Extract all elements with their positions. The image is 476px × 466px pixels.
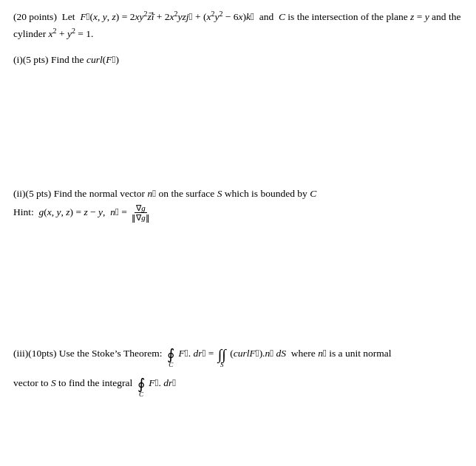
- oint-symbol-left: ∮ C: [167, 340, 174, 368]
- part-i-label: (i)(5 pts) Find the curl(F⃗): [13, 54, 119, 65]
- iint-symbol: ∫∫ S: [218, 340, 226, 368]
- hint-fraction: ∇g ‖∇g‖: [130, 203, 152, 222]
- problem-function: F⃗(x, y, z) = 2xy2zī⃗ + 2x2yzj⃗ + (x2y2 …: [80, 11, 256, 22]
- part-i: (i)(5 pts) Find the curl(F⃗): [13, 53, 463, 68]
- oint-symbol-right: ∮ C: [137, 370, 145, 398]
- page: (20 points) Let F⃗(x, y, z) = 2xy2zī⃗ + …: [0, 0, 476, 466]
- part-ii-main: (ii)(5 pts) Find the normal vector n⃗ on…: [13, 186, 463, 202]
- problem-setup: Let: [62, 11, 78, 22]
- part-iii-stokes-eq: ∮ C F⃗. dr⃗ = ∫∫ S (curlF⃗).n⃗ dS: [167, 340, 286, 368]
- stokes-right-integrand: (curlF⃗).n⃗ dS: [228, 346, 286, 362]
- part-iii: (iii)(10pts) Use the Stoke’s Theorem: ∮ …: [13, 340, 463, 398]
- part-iii-label: (iii)(10pts) Use the Stoke’s Theorem:: [13, 348, 165, 359]
- final-integrand: F⃗. dr⃗: [146, 376, 176, 391]
- part-ii: (ii)(5 pts) Find the normal vector n⃗ on…: [13, 186, 463, 222]
- hint-frac-num: ∇g: [135, 203, 147, 213]
- hint-label: Hint:: [13, 206, 36, 217]
- part-ii-hint: Hint: g(x, y, z) = z − y, n⃗ = ∇g ‖∇g‖: [13, 203, 463, 222]
- stokes-left-integrand: F⃗. dr⃗ =: [176, 346, 217, 362]
- part-iii-line1: (iii)(10pts) Use the Stoke’s Theorem: ∮ …: [13, 340, 463, 368]
- problem-and: and: [256, 11, 276, 22]
- part-iii-where: where n⃗ is a unit normal: [288, 348, 391, 359]
- problem-points: (20 points): [13, 11, 59, 22]
- part-ii-label: (ii)(5 pts) Find the normal vector n⃗ on…: [13, 188, 316, 199]
- problem-header: (20 points) Let F⃗(x, y, z) = 2xy2zī⃗ + …: [13, 7, 463, 42]
- part-iii-line2: vector to S to find the integral ∮ C F⃗.…: [13, 370, 463, 398]
- hint-frac-den: ‖∇g‖: [130, 213, 152, 222]
- hint-g: g(x, y, z) = z − y, n⃗ =: [39, 206, 130, 217]
- part-iii-vector-to-s: vector to S to find the integral: [13, 377, 135, 388]
- part-iii-final-integral: ∮ C F⃗. dr⃗: [137, 370, 176, 398]
